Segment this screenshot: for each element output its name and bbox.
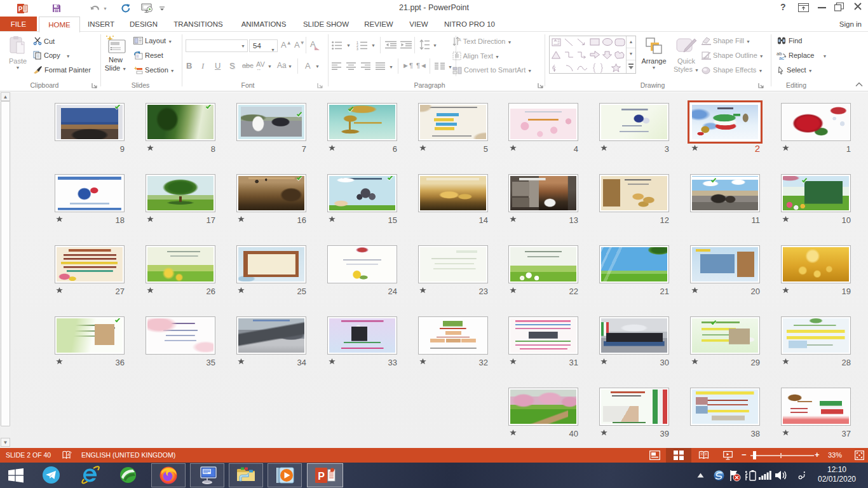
svg-text:3: 3 (356, 47, 358, 51)
svg-text:A: A (458, 37, 461, 42)
svg-text:ac: ac (779, 55, 784, 60)
svg-text:P: P (318, 471, 325, 482)
